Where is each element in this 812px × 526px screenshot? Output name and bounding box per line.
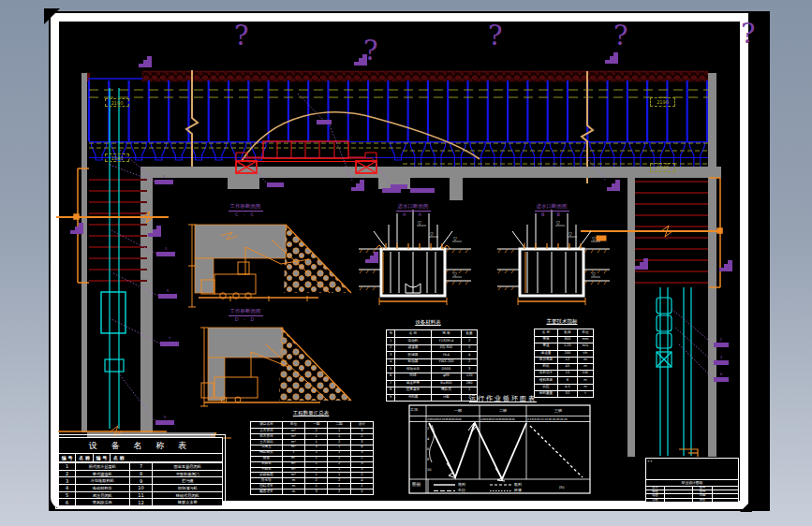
legend-item: 走行 — [458, 488, 465, 492]
svg-text:▽: ▽ — [568, 231, 572, 237]
svg-text:▽: ▽ — [430, 231, 434, 237]
table-row: 提升高度12m — [535, 357, 593, 363]
trestle — [84, 71, 708, 168]
op-chart-hours-2: 2 4 6 8 10 12 14 16 18 20 22 24 — [480, 417, 525, 421]
op-chart-title: 运行作业循环图表 — [452, 394, 554, 403]
title-block-row: 审核张次 — [646, 498, 738, 502]
table-row: 8拉紧装置 螺旋式1 — [387, 387, 477, 394]
svg-text:▽: ▽ — [592, 271, 596, 277]
svg-text:▽: ▽ — [453, 271, 457, 277]
op-chart-corner-label: 工况 — [410, 407, 425, 412]
svg-text:▽: ▽ — [592, 236, 596, 241]
svg-text:6: 6 — [720, 372, 723, 376]
section-aa — [374, 210, 452, 305]
table-row: 6托辊 φ89120 — [387, 373, 477, 380]
op-chart-shift-2: 二班 — [481, 408, 524, 413]
equipment-table-title: 设 备 名 称 表 — [59, 438, 222, 454]
op-chart-shift-1: 一班 — [437, 408, 479, 413]
dim-box: 1540 — [105, 153, 129, 162]
materials-table-title: 设备材料表 — [401, 319, 455, 326]
section-title-bb: 进水口断面图B - B — [519, 203, 584, 218]
title-block-org-row: 毕业设计图纸 — [646, 480, 738, 487]
table-row: 输送量200t/h — [535, 350, 593, 357]
table-row: 6通风除尘器 12橡胶止水带 — [59, 498, 222, 505]
table-row: 1桥式抓斗起重机 7固定卷扬启闭机 — [59, 462, 222, 470]
svg-text:3: 3 — [165, 246, 168, 251]
indicators-table: 名 称数值单位 带宽800mm 带速1.25m/s 输送量200t/h 提升高度… — [534, 329, 594, 398]
indicators-table-title: 主要技术指标 — [532, 318, 592, 325]
svg-text:▽: ▽ — [418, 220, 421, 226]
svg-text:5: 5 — [167, 288, 170, 293]
section-title-cc: 工作桥断面图C - C — [213, 203, 278, 218]
missing-glyph-icon: ? — [363, 37, 378, 65]
op-chart-hours-3: 2 4 6 8 10 12 14 16 18 20 22 24 — [527, 417, 589, 421]
table-row: 机长45m — [535, 363, 593, 370]
materials-table: 号名 称规 格数量 1电动机 Y132M-42 2减速器 ZQ-3502 3联轴… — [386, 329, 478, 402]
right-gallery — [581, 178, 722, 457]
table-row: 轨距4.5m — [535, 384, 593, 390]
title-block-main-cell: ++ — [646, 459, 738, 480]
section-cc — [188, 225, 351, 307]
cad-drawing-preview: 13579246 ▽▽▽▽▽▽▽▽ ? ? ? ? ? 2190 1540 21… — [0, 0, 812, 526]
svg-text:7: 7 — [169, 336, 171, 341]
equipment-name-table: 设 备 名 称 表 编 号名 称编 号名 称 1桥式抓斗起重机 7固定卷扬启闭机… — [58, 437, 223, 506]
table-row: 5传动滚筒 D5003 — [387, 365, 477, 373]
svg-text:9: 9 — [164, 415, 167, 419]
title-block: ++ 毕业设计图纸 设计图号 制图比例 描图日期 审核张次 — [645, 458, 739, 503]
dim-box: 1540 — [650, 163, 675, 172]
missing-glyph-icon: ? — [234, 22, 249, 50]
quantity-table-title: 工程数量汇总表 — [273, 410, 348, 416]
table-row: 4制动器 YWZ-2002 — [387, 358, 477, 366]
table-row: 5液压启闭机 11移动式启闭机 — [59, 491, 222, 499]
svg-text:▽: ▽ — [556, 220, 560, 226]
op-chart-y-ticks: 2 4 6 8 10 — [427, 424, 432, 475]
op-chart-unit: (h) — [559, 485, 565, 489]
legend-item: 检修 — [514, 488, 522, 492]
table-row: 2带式输送机 8平面检修闸门 — [59, 470, 222, 477]
missing-glyph-icon: ? — [741, 21, 756, 48]
table-row: 3联轴器 HL44 — [387, 351, 477, 358]
table-row: 帷幕灌浆m 325 — [251, 489, 373, 494]
svg-text:2: 2 — [720, 337, 723, 342]
table-row: 堆料高度8m — [535, 376, 593, 383]
missing-glyph-icon: ? — [488, 22, 503, 50]
section-title-dd: 工作桥断面图D - D — [213, 308, 278, 323]
legend-item: 取料 — [514, 482, 522, 487]
table-row: 2减速器 ZQ-3502 — [387, 344, 477, 352]
legend-item: 堆料 — [458, 482, 465, 487]
dim-box: 2190 — [650, 97, 675, 107]
svg-text:1: 1 — [163, 174, 166, 179]
svg-text:▽: ▽ — [453, 236, 457, 241]
missing-glyph-icon: ? — [613, 22, 628, 50]
table-row: 电机功率15kW — [535, 370, 593, 376]
op-chart-shift-3: 三班 — [528, 408, 588, 413]
table-row: 3斗轮堆取料机 9拦污栅 — [59, 476, 222, 484]
dim-box: 2190 — [105, 98, 129, 107]
section-dd — [200, 328, 351, 406]
table-row: 带速1.25m/s — [535, 343, 593, 349]
table-row: 4电动卸料车 10回转清污机 — [59, 484, 222, 491]
op-chart-hours-1: 2 4 6 8 10 12 14 16 18 20 22 24 — [427, 417, 479, 421]
op-chart-legend-label: 图例 — [412, 482, 427, 487]
quantity-table: 项目名称单位一期二期合计 土方开挖m³ 213 石方开挖m³ 112 土方回填m… — [250, 421, 374, 495]
svg-text:4: 4 — [720, 355, 723, 359]
section-title-aa: 进水口断面图A - A — [380, 203, 446, 218]
table-row: 7输送胶带 B=800260 — [387, 380, 477, 387]
